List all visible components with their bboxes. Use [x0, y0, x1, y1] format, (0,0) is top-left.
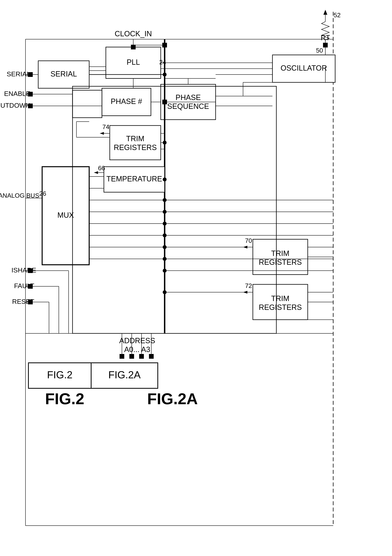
svg-rect-84 [120, 354, 124, 359]
fig2a-large-label: FIG.2A [147, 390, 198, 408]
trim-reg-70-label1: TRIM [271, 249, 289, 257]
svg-point-116 [163, 198, 166, 202]
ref-52: 52 [334, 12, 341, 19]
ref-72: 72 [245, 282, 252, 289]
shutdown-pin-label: SHUTDOWN [0, 102, 30, 109]
svg-point-114 [163, 141, 166, 145]
svg-rect-86 [139, 354, 144, 359]
trim-reg-72-label2: REGISTERS [259, 303, 302, 311]
svg-marker-30 [100, 132, 104, 135]
svg-point-123 [163, 290, 166, 294]
svg-rect-27 [73, 90, 102, 118]
address-label2: A0... A3 [124, 345, 150, 354]
svg-point-118 [163, 222, 166, 225]
mux-label: MUX [57, 211, 74, 219]
svg-point-117 [163, 210, 166, 214]
clock-in-label: CLOCK_IN [115, 30, 152, 38]
ref-50: 50 [316, 47, 323, 54]
ref-70: 70 [245, 237, 252, 244]
svg-point-122 [163, 269, 166, 273]
svg-point-121 [163, 257, 166, 261]
oscillator-label: OSCILLATOR [280, 64, 327, 72]
svg-point-120 [163, 245, 166, 249]
svg-marker-5 [323, 10, 327, 15]
ref-74: 74 [102, 123, 109, 131]
serial-pin-label: SERIAL [7, 70, 30, 78]
trim-reg-70-label2: REGISTERS [259, 258, 302, 266]
phase-seq-label1: PHASE [176, 93, 201, 102]
fig2a-box-label: FIG.2A [108, 369, 141, 380]
svg-rect-83 [131, 45, 136, 49]
fig2-large-label: FIG.2 [45, 390, 84, 408]
svg-point-119 [163, 233, 166, 237]
trim-reg-72-label1: TRIM [271, 294, 289, 303]
address-label1: ADDRESS [119, 337, 155, 345]
serial-label: SERIAL [50, 70, 77, 78]
phase-seq-label2: SEQUENCE [167, 102, 209, 110]
svg-point-112 [163, 73, 166, 77]
svg-rect-105 [162, 43, 167, 47]
svg-rect-85 [129, 354, 134, 359]
trim-reg-74-label2: REGISTERS [114, 143, 157, 152]
fig2-box-label: FIG.2 [47, 369, 73, 380]
temperature-label: TEMPERATURE [106, 175, 162, 183]
phase-num-label: PHASE # [111, 97, 142, 106]
circuit-diagram: RT 50 52 OSCILLATOR CLOCK_IN PLL 24 PHAS… [0, 0, 392, 556]
svg-point-115 [163, 178, 166, 181]
svg-point-113 [163, 100, 166, 104]
svg-rect-87 [149, 354, 154, 359]
svg-marker-33 [94, 171, 98, 174]
ref-66: 66 [98, 164, 105, 172]
enable-pin-label: ENABLE [4, 90, 30, 97]
ref-26: 26 [39, 190, 46, 197]
trim-reg-74-label1: TRIM [126, 135, 144, 143]
pll-label: PLL [127, 58, 140, 66]
